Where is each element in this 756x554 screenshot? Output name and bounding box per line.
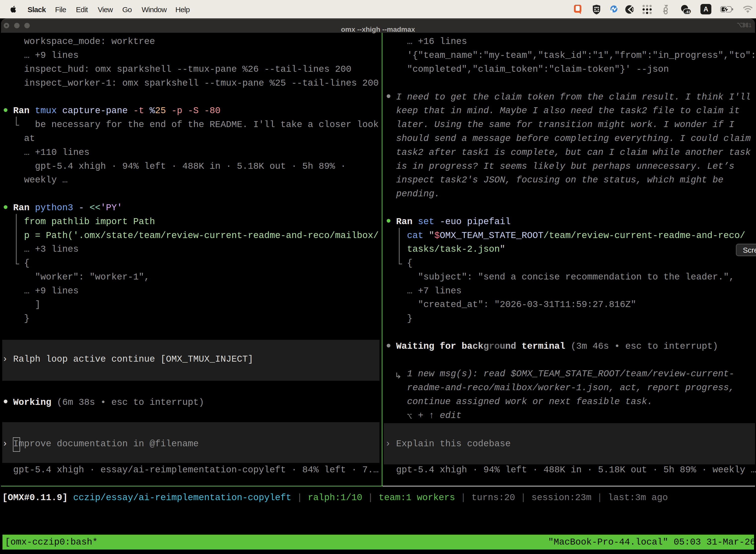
svg-text:1: 1	[749, 22, 752, 28]
svg-text:..61: ..61	[685, 10, 691, 14]
